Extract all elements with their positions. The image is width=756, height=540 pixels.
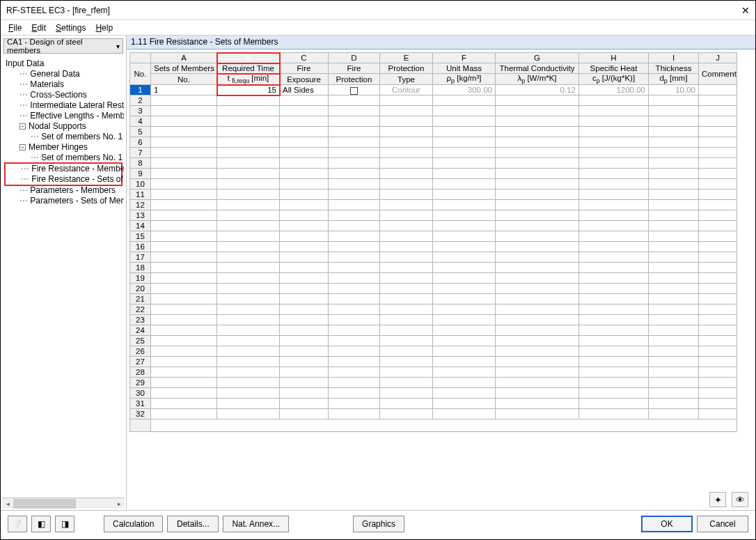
menu-settings[interactable]: Settings <box>52 22 89 33</box>
tree-item[interactable]: ⋯ Parameters - Sets of Members <box>3 196 124 206</box>
cell[interactable] <box>699 85 737 95</box>
cell[interactable] <box>280 190 329 200</box>
cell[interactable] <box>380 169 433 179</box>
cell[interactable] <box>217 357 280 367</box>
cell[interactable] <box>433 294 496 304</box>
cell[interactable] <box>380 200 433 210</box>
cell[interactable] <box>217 378 280 388</box>
table-row[interactable]: 1 1 15 All Sides Contour 300.00 0.12 120… <box>130 85 737 95</box>
cell[interactable] <box>329 315 380 325</box>
help-button[interactable]: ❔ <box>8 516 27 532</box>
cell[interactable] <box>151 284 217 294</box>
cell[interactable] <box>380 95 433 106</box>
cell[interactable] <box>380 263 433 273</box>
cell[interactable] <box>280 378 329 388</box>
cell[interactable] <box>217 367 280 378</box>
row-header[interactable]: 20 <box>130 284 151 294</box>
cell[interactable] <box>579 273 649 284</box>
table-row[interactable]: 24 <box>130 325 737 336</box>
cell[interactable] <box>649 127 699 137</box>
cell[interactable] <box>329 409 380 419</box>
cell[interactable] <box>151 106 217 116</box>
cell[interactable] <box>699 106 737 116</box>
cell[interactable] <box>496 137 579 148</box>
cell[interactable] <box>151 158 217 169</box>
row-header[interactable]: 18 <box>130 263 151 273</box>
cell[interactable]: 10.00 <box>649 85 699 95</box>
cell[interactable] <box>380 325 433 336</box>
cell[interactable] <box>699 294 737 304</box>
cell[interactable] <box>380 409 433 419</box>
cell[interactable] <box>380 221 433 231</box>
cell[interactable] <box>496 378 579 388</box>
cell[interactable] <box>380 252 433 263</box>
cell[interactable] <box>496 388 579 399</box>
cell[interactable] <box>649 367 699 378</box>
cell[interactable] <box>329 325 380 336</box>
cell[interactable] <box>496 210 579 221</box>
cell[interactable] <box>496 346 579 357</box>
col-header[interactable]: dp [mm] <box>649 74 699 85</box>
col-header[interactable]: Thermal Conductivity <box>496 63 579 74</box>
cell[interactable] <box>329 158 380 169</box>
cell[interactable] <box>433 95 496 106</box>
cell[interactable] <box>380 116 433 127</box>
cell[interactable] <box>329 116 380 127</box>
cell[interactable] <box>151 346 217 357</box>
cell[interactable] <box>217 304 280 315</box>
row-header[interactable]: 14 <box>130 221 151 231</box>
cell[interactable] <box>433 221 496 231</box>
cell[interactable] <box>280 399 329 409</box>
cell[interactable] <box>699 388 737 399</box>
table-row[interactable]: 7 <box>130 148 737 158</box>
cell[interactable] <box>217 179 280 190</box>
cell[interactable] <box>699 284 737 294</box>
table-row[interactable]: 20 <box>130 284 737 294</box>
cell[interactable] <box>649 231 699 242</box>
cell[interactable] <box>496 252 579 263</box>
cell[interactable] <box>280 294 329 304</box>
tree-root[interactable]: Input Data <box>3 59 124 69</box>
tree-item[interactable]: ⋯ Parameters - Members <box>3 185 124 196</box>
cell[interactable] <box>579 190 649 200</box>
cell[interactable] <box>433 158 496 169</box>
cell[interactable] <box>280 325 329 336</box>
nat-annex-button[interactable]: Nat. Annex... <box>223 516 289 532</box>
cell[interactable] <box>280 336 329 346</box>
cell[interactable] <box>217 137 280 148</box>
cell[interactable] <box>649 284 699 294</box>
cell[interactable] <box>151 378 217 388</box>
cell[interactable] <box>496 273 579 284</box>
cell[interactable] <box>496 325 579 336</box>
row-header[interactable]: 17 <box>130 252 151 263</box>
cell[interactable] <box>699 409 737 419</box>
cell[interactable] <box>579 127 649 137</box>
cell[interactable] <box>280 127 329 137</box>
row-header[interactable]: 11 <box>130 190 151 200</box>
tree-item[interactable]: ⋯ Cross-Sections <box>3 90 124 100</box>
cell[interactable] <box>329 252 380 263</box>
cell[interactable] <box>151 336 217 346</box>
cell[interactable] <box>329 357 380 367</box>
cell[interactable] <box>217 252 280 263</box>
cell[interactable] <box>380 137 433 148</box>
cell[interactable] <box>329 346 380 357</box>
cell[interactable] <box>496 263 579 273</box>
cell[interactable] <box>151 179 217 190</box>
table-row[interactable]: 29 <box>130 378 737 388</box>
tree-item-nodal[interactable]: −Nodal Supports <box>3 121 124 132</box>
col-header[interactable]: Exposure <box>280 74 329 85</box>
cell[interactable] <box>579 325 649 336</box>
row-header[interactable]: 21 <box>130 294 151 304</box>
cell[interactable] <box>151 221 217 231</box>
cell[interactable] <box>579 200 649 210</box>
cell[interactable] <box>579 315 649 325</box>
tree-item-fr-members[interactable]: ⋯ Fire Resistance - Members <box>6 164 121 174</box>
cell[interactable] <box>380 357 433 367</box>
cell[interactable] <box>151 399 217 409</box>
cell[interactable] <box>380 399 433 409</box>
table-row[interactable]: 5 <box>130 127 737 137</box>
cell[interactable] <box>579 116 649 127</box>
table-row[interactable]: 8 <box>130 158 737 169</box>
cell[interactable] <box>699 273 737 284</box>
